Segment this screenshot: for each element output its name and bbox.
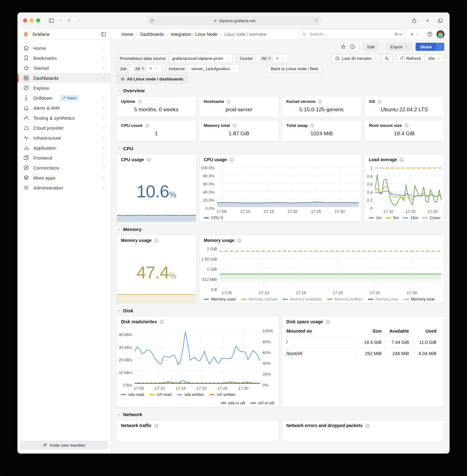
load-average-chart[interactable]: 10.80.60.40.2017:1017:2017:30 [364,165,441,214]
chip-remove-icon[interactable]: ✕ [268,56,271,60]
section-memory[interactable]: Memory [117,227,444,232]
column-header-mounted-on[interactable]: Mounted on [286,329,358,334]
new-tab-icon[interactable] [425,18,430,23]
column-header-size[interactable]: Size [357,329,385,334]
chip-remove-icon[interactable]: ✕ [141,66,144,71]
sidebar-item-home[interactable]: Home [17,43,111,53]
cpu_usage-plot[interactable] [217,165,359,207]
minimize-window-button[interactable] [30,18,34,22]
datasource-picker[interactable]: Prometheus data source grafanacloud-slip… [116,54,233,63]
reader-mode-icon[interactable] [150,18,155,23]
legend-item-sr0-io-util[interactable]: sr0 io util [251,401,274,405]
search-input[interactable] [309,31,392,37]
favorite-star-icon[interactable] [340,44,346,50]
section-cpu[interactable]: CPU [117,146,444,151]
breadcrumb-integration[interactable]: Integration - Linux Node [171,32,217,37]
legend-item-sda-io-util[interactable]: sda io util [221,401,245,405]
info-icon[interactable] [237,238,242,243]
share-page-icon[interactable] [412,18,417,24]
section-overview[interactable]: Overview [117,88,444,94]
disk-reads-writes-chart[interactable]: 40 kB/s30 kB/s20 kB/s10 kB/s0 B/s100%80%… [117,327,276,391]
invite-member-button[interactable]: Invite new member [20,441,108,450]
cluster-chip[interactable]: All✕ [259,55,273,61]
info-icon[interactable] [154,238,159,243]
sidebar-item-more-apps[interactable]: More apps [17,173,111,183]
legend-item-memory-available[interactable]: Memory available [283,297,322,301]
column-header-available[interactable]: Available [385,329,412,334]
info-icon[interactable] [159,320,164,324]
legend-item-sda-read[interactable]: sda read [121,392,144,397]
time-range-picker[interactable]: Last 30 minutes [332,54,381,62]
section-disk[interactable]: Disk [117,308,444,314]
legend-item-memory-free[interactable]: Memory free [368,297,398,301]
refresh-interval-picker[interactable]: 30s [424,54,444,62]
info-icon[interactable] [365,423,370,428]
grafana-logo[interactable] [22,31,29,38]
export-button[interactable]: Export [386,43,412,51]
sidebar-item-drilldown[interactable]: DrilldownNew! [17,93,111,103]
clear-filter-icon[interactable]: ✕ [149,66,152,71]
legend-item-memory-cached[interactable]: Memory cached [241,297,277,301]
legend-item-memory-total[interactable]: Memory total [404,297,434,301]
edit-button[interactable]: Edit [363,43,378,51]
disk_rw-plot[interactable] [135,327,260,384]
global-search[interactable]: ⌘+k [298,30,406,39]
sidebar-item-application[interactable]: Application [17,143,111,153]
instance-picker[interactable]: Instance server_1a3ufgsoibcv [165,64,239,73]
memory_usage-plot[interactable] [219,246,441,288]
section-network[interactable]: Network [117,412,444,417]
sidebar-item-infrastructure[interactable]: Infrastructure [17,133,111,143]
sidebar-item-bookmarks[interactable]: Bookmarks [17,53,111,63]
all-dashboards-button[interactable]: All Linux node / dashboards [116,75,187,83]
cpu-usage-chart[interactable]: 100.0%80.0%60.0%40.0%20.0%0.0%17:0517:10… [200,165,359,214]
back-to-fleet-button[interactable]: Back to Linux node / fleet [267,64,322,73]
sidebar-item-dashboards[interactable]: Dashboards [17,73,111,83]
legend-item-1m[interactable]: 1m [369,215,382,220]
info-icon[interactable] [154,423,159,428]
panel-info-icon[interactable] [350,44,355,50]
sidebar-item-testing-synthetics[interactable]: Testing & synthetics [17,113,111,123]
legend-item-sr0-read[interactable]: sr0 read [150,392,172,397]
legend-item-15m[interactable]: 15m [403,215,418,220]
back-button-icon[interactable] [67,18,72,23]
legend-item-memory-buffers[interactable]: Memory buffers [327,297,363,301]
memory-usage-chart[interactable]: 2 GiB1.50 GiB1 GiB512 MiB0 B17:0517:1017… [200,246,441,296]
reload-icon[interactable] [314,18,318,23]
legend-item-sr0-written[interactable]: sr0 written [209,392,235,397]
close-window-button[interactable] [23,18,27,22]
help-icon[interactable] [427,31,433,37]
user-avatar[interactable] [436,30,445,38]
legend-item-sda-written[interactable]: sda written [177,392,204,397]
info-icon[interactable] [399,157,404,162]
sidebar-item-starred[interactable]: Starred [17,63,111,73]
address-bar[interactable]: sliplane.grafana.net [147,16,321,25]
sidebar-item-frontend[interactable]: Frontend [17,153,111,163]
legend-item-cores[interactable]: Cores [422,215,441,220]
zoom-out-button[interactable] [381,54,392,62]
browser-sidebar-icon[interactable] [48,17,55,24]
refresh-button[interactable]: Refresh [396,54,424,62]
cluster-filter[interactable]: Cluster All✕ ✕ [236,54,288,63]
fullscreen-window-button[interactable] [36,18,40,22]
sidebar-item-cloud-provider[interactable]: Cloud provider [17,123,111,133]
clear-filter-icon[interactable]: ✕ [276,56,279,60]
forward-button-icon[interactable] [76,18,81,23]
legend-item-cpu-0[interactable]: CPU 0 [204,215,223,220]
column-header-used[interactable]: Used [412,329,440,334]
sidebar-item-explore[interactable]: Explore [17,83,111,93]
legend-item-5m[interactable]: 5m [386,215,399,220]
share-dropdown[interactable] [436,43,444,51]
info-icon[interactable] [147,157,151,162]
sidebar-item-alerts-irm[interactable]: Alerts & IRM [17,103,111,113]
new-menu-button[interactable] [410,32,419,37]
sidebar-item-connections[interactable]: Connections [17,163,111,173]
breadcrumb-dashboards[interactable]: Dashboards [140,32,164,37]
job-filter[interactable]: Job All✕ ✕ [116,64,161,73]
job-chip[interactable]: All✕ [133,66,147,72]
tab-overview-icon[interactable] [437,18,443,24]
breadcrumb-home[interactable]: Home [122,32,133,37]
info-icon[interactable] [229,157,234,162]
share-button[interactable]: Share [416,43,444,51]
legend-item-memory-used[interactable]: Memory used [204,297,236,301]
load_average-plot[interactable] [375,165,441,207]
